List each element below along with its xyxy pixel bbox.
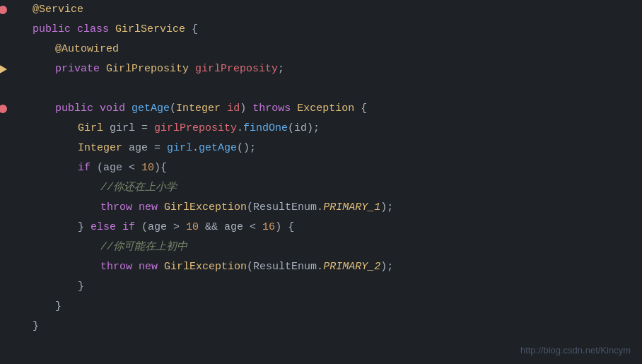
gutter-line-3 [0, 40, 23, 59]
token-keyword: public [55, 99, 93, 119]
token-class: GirlPreposity [106, 59, 189, 79]
code-line-16: } [27, 297, 642, 317]
gutter-line-7 [0, 119, 23, 139]
token-plain: (age > [135, 218, 186, 237]
gutter-line-10 [0, 178, 23, 198]
gutter-line-12 [0, 218, 23, 237]
code-area: @Service public class GirlService { @Aut… [27, 0, 642, 364]
token-plain: && age < [199, 218, 262, 237]
token-plain [71, 20, 77, 40]
watermark: http://blog.csdn.net/Kincym [520, 345, 631, 356]
breakpoint-6 [0, 105, 7, 113]
code-line-8: Integer age = girl.getAge(); [27, 139, 642, 158]
token-plain: } [78, 218, 91, 237]
token-keyword: private [55, 59, 100, 79]
token-param: id [227, 99, 240, 119]
token-var: girl [167, 139, 192, 158]
token-class: Girl [78, 119, 103, 139]
token-plain: ) { [275, 218, 294, 237]
token-enum: PRIMARY_2 [323, 257, 380, 277]
gutter-line-2 [0, 20, 23, 40]
token-plain: } [78, 277, 84, 297]
gutter-line-17 [0, 317, 23, 336]
token-plain: (ResultEnum. [247, 257, 323, 277]
code-line-5 [27, 79, 642, 99]
token-keyword: void [100, 99, 125, 119]
token-number: 10 [141, 158, 154, 178]
token-method: getAge [132, 99, 170, 119]
token-keyword: if [122, 218, 135, 237]
code-line-6: public void getAge(Integer id) throws Ex… [27, 99, 642, 119]
token-number: 10 [186, 218, 199, 237]
code-line-13: //你可能在上初中 [27, 237, 642, 257]
token-plain [189, 59, 195, 79]
gutter-line-16 [0, 297, 23, 317]
token-class: Exception [297, 99, 354, 119]
code-line-10: //你还在上小学 [27, 178, 642, 198]
token-plain [125, 99, 132, 119]
token-plain: (age < [91, 158, 141, 178]
token-plain [158, 198, 164, 218]
token-plain: ){ [154, 158, 167, 178]
token-class: GirlService [115, 20, 185, 40]
code-line-15: } [27, 277, 642, 297]
token-plain [116, 218, 122, 237]
editor-container: @Service public class GirlService { @Aut… [0, 0, 642, 364]
token-keyword: throw [100, 257, 132, 277]
gutter-line-14 [0, 257, 23, 277]
token-class: GirlException [164, 257, 247, 277]
token-plain [132, 198, 139, 218]
gutter-line-6 [0, 99, 23, 119]
token-plain [158, 257, 164, 277]
token-keyword: throws [252, 99, 291, 119]
token-keyword: if [78, 158, 91, 178]
gutter-line-1 [0, 0, 23, 20]
token-plain: (); [237, 139, 256, 158]
token-instance: girlPreposity [154, 119, 237, 139]
code-line-4: private GirlPreposity girlPreposity; [27, 59, 642, 79]
code-line-7: Girl girl = girlPreposity.findOne(id); [27, 119, 642, 139]
token-plain: (id); [288, 119, 320, 139]
token-plain [93, 99, 100, 119]
token-plain [132, 257, 139, 277]
code-line-2: public class GirlService { [27, 20, 642, 40]
token-class: GirlException [164, 198, 247, 218]
gutter-line-9 [0, 158, 23, 178]
token-plain: } [55, 297, 62, 317]
code-line-17: } [27, 317, 642, 336]
token-plain: } [33, 317, 39, 336]
token-plain: . [237, 119, 243, 139]
gutter-line-5 [0, 79, 23, 99]
token-plain: { [185, 20, 198, 40]
token-method: findOne [243, 119, 288, 139]
code-line-9: if (age < 10){ [27, 158, 642, 178]
token-comment: //你还在上小学 [100, 178, 177, 198]
gutter-line-15 [0, 277, 23, 297]
code-line-1: @Service [27, 0, 642, 20]
gutter-line-8 [0, 139, 23, 158]
token-plain: ) [240, 99, 252, 119]
token-annotation: @Autowired [55, 40, 119, 59]
token-plain: ; [278, 59, 284, 79]
token-keyword: new [139, 257, 158, 277]
token-class: Integer [78, 139, 122, 158]
token-plain [109, 20, 115, 40]
token-keyword: throw [100, 198, 132, 218]
token-plain [221, 99, 227, 119]
token-keyword: else [91, 218, 116, 237]
token-keyword: new [139, 198, 158, 218]
token-plain [291, 99, 297, 119]
token-plain: { [354, 99, 367, 119]
gutter-line-4 [0, 59, 23, 79]
token-instance: girlPreposity [195, 59, 278, 79]
token-comment: //你可能在上初中 [100, 237, 187, 257]
token-plain: age = [122, 139, 167, 158]
execution-arrow [0, 64, 7, 74]
token-method: getAge [199, 139, 237, 158]
line-gutter [0, 0, 27, 364]
token-keyword: public [33, 20, 71, 40]
token-plain: . [192, 139, 199, 158]
breakpoint-1 [0, 6, 7, 14]
token-plain: girl = [103, 119, 154, 139]
token-enum: PRIMARY_1 [323, 198, 380, 218]
